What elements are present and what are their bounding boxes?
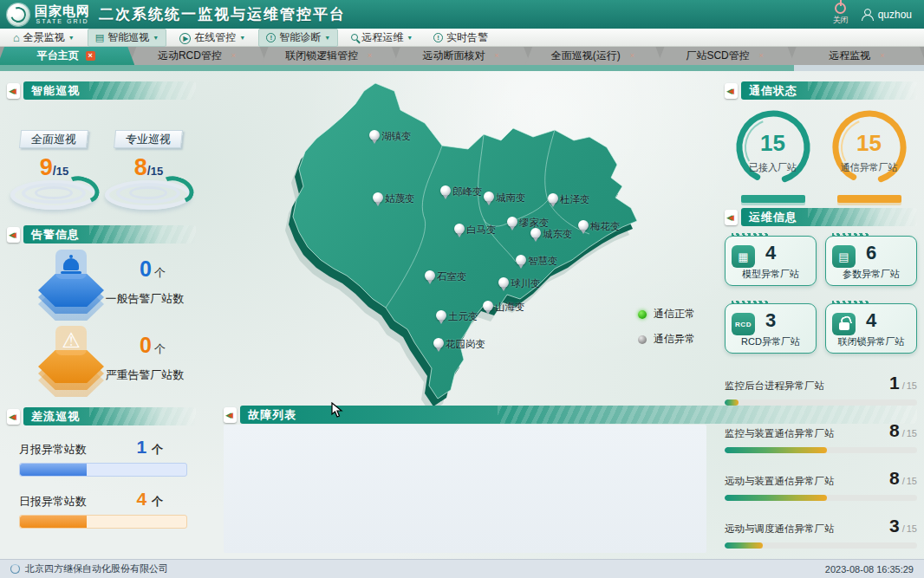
section-arrow-icon	[725, 83, 738, 99]
station-label: 智慧变	[528, 255, 558, 268]
model-icon: ▦	[732, 245, 755, 268]
menu-label: 智能巡视	[107, 30, 149, 45]
close-tab-icon[interactable]	[877, 51, 887, 61]
section-arrow-icon	[725, 210, 738, 225]
section-smart-patrol: 智能巡视	[7, 81, 196, 100]
close-tab-icon[interactable]	[365, 51, 374, 61]
progress-bar	[725, 542, 917, 549]
menu-item-remote-ops[interactable]: 远程运维	[343, 29, 420, 47]
station-pin[interactable]: 石室变	[425, 270, 436, 285]
diff-monthly-row: 月报异常站数 1 个	[7, 437, 196, 477]
progress-total: 15	[907, 523, 917, 534]
progress-row-backend: 监控后台进程异常厂站 1 / 15	[725, 373, 917, 406]
card-value: 4	[765, 242, 776, 264]
rcd-icon: RCD	[732, 313, 755, 335]
user-menu[interactable]: quzhou	[861, 9, 912, 21]
station-pin[interactable]: 城南变	[484, 192, 495, 206]
legend-comm-bad: 通信异常	[638, 332, 695, 347]
count-value: 0	[140, 257, 152, 281]
clock: 2023-08-08 16:35:29	[825, 564, 914, 575]
progress-label: 监控与装置通信异常厂站	[725, 427, 835, 440]
footer: 北京四方继保自动化股份有限公司 2023-08-08 16:35:29	[0, 559, 924, 578]
station-label: 梅花变	[590, 220, 621, 233]
card-params-error: ▤ 6 参数异常厂站	[825, 236, 917, 286]
close-button[interactable]: 关闭	[833, 3, 849, 26]
gauge-pro-patrol: 专业巡视 8/15	[104, 123, 194, 210]
progress-bar	[725, 495, 917, 501]
tab-platform-home[interactable]: 平台主页	[0, 47, 134, 65]
comm-rings: 15 已接入厂站 15 通信异常厂站	[725, 107, 917, 205]
station-pin[interactable]: 梅花变	[578, 220, 589, 235]
chevron-down-icon	[407, 35, 413, 41]
station-pin[interactable]: 白马变	[454, 224, 465, 238]
station-pin[interactable]: 杜泽变	[548, 193, 559, 208]
close-tab-icon[interactable]	[491, 51, 501, 61]
mouse-cursor	[331, 402, 343, 418]
station-label: 土元变	[448, 310, 478, 323]
station-pin[interactable]: 球川变	[498, 277, 510, 292]
menu-label: 全景监视	[23, 30, 65, 45]
tab-section-check[interactable]: 远动断面核对	[394, 47, 530, 65]
section-title: 告警信息	[23, 225, 196, 244]
tab-label: 远程监视	[829, 49, 870, 63]
menu-item-diagnosis[interactable]: 智能诊断	[258, 29, 338, 47]
region-map: 湖镇变 姑蔑变 郎峰变 城南变 杜泽变 白马变 缪家变 城东变 梅花变 智慧变 …	[208, 76, 711, 407]
ring-pedestal	[837, 195, 901, 203]
close-tab-icon[interactable]	[757, 51, 766, 61]
progress-row-monitor-device: 监控与装置通信异常厂站 8 / 15	[725, 420, 917, 453]
menu-item-realtime-alarm[interactable]: 实时告警	[426, 29, 496, 47]
count-value: 0	[140, 333, 152, 357]
tab-full-patrol[interactable]: 全面巡视(运行)	[525, 47, 662, 65]
diagnosis-icon	[266, 33, 276, 42]
menu-item-online-control[interactable]: 在线管控	[172, 29, 253, 47]
tab-remote-monitor[interactable]: 远程监视	[790, 47, 924, 65]
close-tab-icon[interactable]	[229, 51, 238, 61]
station-pin[interactable]: 缪家变	[507, 217, 518, 231]
tab-scd-manage[interactable]: 厂站SCD管控	[657, 47, 794, 65]
progress-total: 15	[907, 380, 917, 391]
station-pin[interactable]: 山海变	[483, 301, 494, 315]
tab-remote-rcd[interactable]: 远动RCD管控	[129, 47, 266, 65]
username: quzhou	[878, 9, 912, 21]
card-label: 联闭锁异常厂站	[826, 335, 916, 348]
diff-value: 1 个	[136, 437, 163, 458]
station-pin[interactable]: 智慧变	[516, 255, 527, 270]
station-pin[interactable]: 土元变	[436, 310, 447, 325]
station-pin[interactable]: 郎峰变	[440, 185, 452, 200]
station-pin[interactable]: 花园岗变	[433, 338, 445, 353]
tab-interlock-logic[interactable]: 联闭锁逻辑管控	[262, 47, 399, 65]
diff-value: 4 个	[136, 489, 163, 510]
alarm-label: 一般告警厂站数	[94, 291, 196, 307]
section-title: 智能巡视	[23, 81, 196, 100]
menu-item-smart-patrol[interactable]: 智能巡视	[88, 29, 166, 47]
menu-item-panorama[interactable]: 全景监视	[5, 29, 82, 47]
diff-progress-bar	[19, 515, 187, 529]
logo-title: 国家电网	[35, 4, 90, 18]
station-pin[interactable]: 湖镇变	[369, 130, 381, 145]
menu-label: 实时告警	[446, 30, 488, 45]
close-tab-icon[interactable]	[86, 51, 95, 61]
fault-list-body[interactable]	[224, 425, 706, 553]
chevron-down-icon	[324, 35, 330, 41]
alarm-label: 严重告警厂站数	[94, 367, 196, 383]
station-pin[interactable]: 姑蔑变	[373, 192, 384, 207]
tab-label: 厂站SCD管控	[686, 49, 749, 63]
close-tab-icon[interactable]	[628, 51, 637, 61]
gauge-count: 8	[134, 154, 147, 180]
interlock-lock-icon	[832, 313, 856, 335]
header-actions: 关闭 quzhou	[833, 3, 924, 26]
section-arrow-icon	[7, 227, 20, 243]
card-value: 6	[866, 242, 876, 264]
diff-label: 日报异常站数	[19, 494, 87, 510]
alarm-count: 0个	[109, 257, 196, 282]
alert-icon	[433, 33, 443, 42]
alarm-count: 0个	[109, 333, 196, 358]
station-label: 白马变	[466, 224, 497, 237]
slash: /	[902, 476, 905, 486]
top-header: 国家电网 STATE GRID 二次系统统一监视与运维管控平台 关闭 quzho…	[0, 0, 924, 29]
station-pin[interactable]: 城东变	[530, 228, 542, 243]
diff-progress-bar	[19, 463, 187, 477]
section-fault-list: 故障列表	[224, 406, 917, 424]
home-icon	[13, 32, 20, 43]
tab-label: 远动断面核对	[422, 49, 485, 63]
